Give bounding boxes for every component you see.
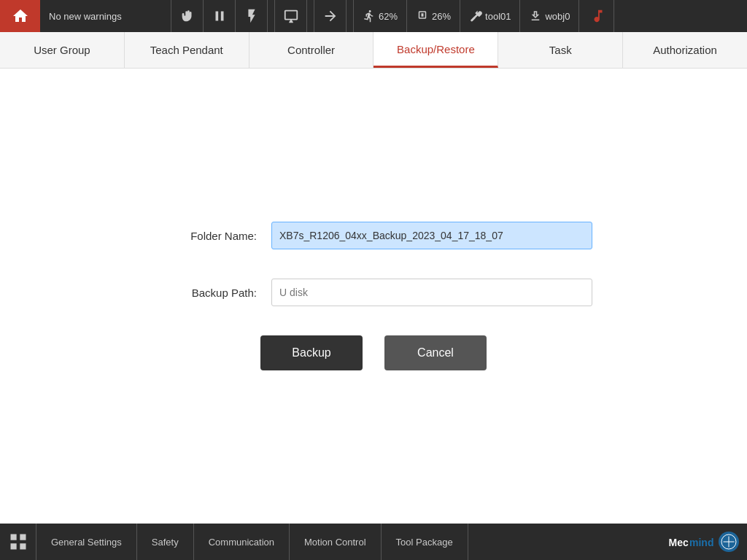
tab-backup-restore[interactable]: Backup/Restore — [374, 32, 498, 68]
svg-text:Mec: Mec — [669, 537, 689, 548]
bottom-nav-safety[interactable]: Safety — [137, 524, 194, 560]
mecmind-logo: Mec mind — [667, 530, 740, 553]
top-bar-icons: 62% 26% tool01 wobj0 — [171, 0, 747, 32]
bottom-nav-tool-package[interactable]: Tool Package — [382, 524, 468, 560]
backup-path-input[interactable] — [271, 279, 592, 306]
hand-icon — [179, 8, 196, 24]
cpu-icon — [416, 9, 429, 23]
bottom-nav-communication[interactable]: Communication — [194, 524, 290, 560]
tab-teach-pendant[interactable]: Teach Pendant — [125, 32, 249, 68]
bottom-nav-general-settings[interactable]: General Settings — [36, 524, 137, 560]
main-content: Folder Name: Backup Path: Backup Cancel — [0, 69, 747, 524]
top-bar: No new warnings 62% 26% tool01 — [0, 0, 747, 32]
svg-text:mind: mind — [689, 537, 713, 548]
hand-icon-btn[interactable] — [171, 0, 204, 32]
tab-task[interactable]: Task — [498, 32, 623, 68]
cancel-button[interactable]: Cancel — [384, 335, 487, 370]
folder-label: Folder Name: — [155, 230, 271, 242]
bottom-nav: General Settings Safety Communication Mo… — [36, 524, 667, 560]
stat-cpu: 26% — [407, 0, 460, 32]
arrow-icon-btn[interactable] — [314, 0, 347, 32]
music-icon — [590, 8, 606, 24]
backup-path-row: Backup Path: — [155, 279, 592, 306]
stat-motion: 62% — [354, 0, 407, 32]
backup-path-label: Backup Path: — [155, 287, 271, 299]
folder-name-row: Folder Name: — [155, 222, 592, 249]
download-icon — [529, 9, 542, 23]
screen-icon-btn[interactable] — [275, 0, 307, 32]
home-icon — [12, 7, 29, 25]
tool-stat: tool01 — [460, 0, 520, 32]
lightning-icon-btn[interactable] — [236, 0, 268, 32]
wobj-label: wobj0 — [545, 11, 570, 22]
lightning-icon — [244, 8, 260, 24]
cpu-percent: 26% — [432, 11, 451, 22]
wrench-icon — [469, 9, 482, 23]
brand-logo: Mec mind — [667, 530, 747, 553]
bottom-nav-motion-control[interactable]: Motion Control — [290, 524, 382, 560]
tab-controller[interactable]: Controller — [249, 32, 374, 68]
person-icon — [363, 9, 376, 23]
folder-name-input[interactable] — [271, 222, 592, 249]
home-button[interactable] — [0, 0, 40, 32]
tab-user-group[interactable]: User Group — [0, 32, 125, 68]
tab-navigation: User Group Teach Pendant Controller Back… — [0, 32, 747, 69]
wobj-stat: wobj0 — [520, 0, 579, 32]
tool-label: tool01 — [485, 11, 511, 22]
grid-icon — [8, 532, 28, 552]
arrow-icon — [322, 8, 338, 24]
bottom-bar: General Settings Safety Communication Mo… — [0, 524, 747, 560]
motion-percent: 62% — [379, 11, 398, 22]
warning-text: No new warnings — [40, 0, 171, 32]
tab-authorization[interactable]: Authorization — [623, 32, 747, 68]
screen-icon — [283, 8, 299, 24]
backup-button[interactable]: Backup — [260, 335, 363, 370]
pause-icon — [212, 8, 228, 24]
form-actions: Backup Cancel — [260, 335, 487, 370]
grid-view-icon-btn[interactable] — [0, 524, 36, 560]
menu-icon-btn[interactable] — [582, 0, 614, 32]
pause-icon-btn[interactable] — [204, 0, 236, 32]
warning-label: No new warnings — [49, 11, 122, 22]
